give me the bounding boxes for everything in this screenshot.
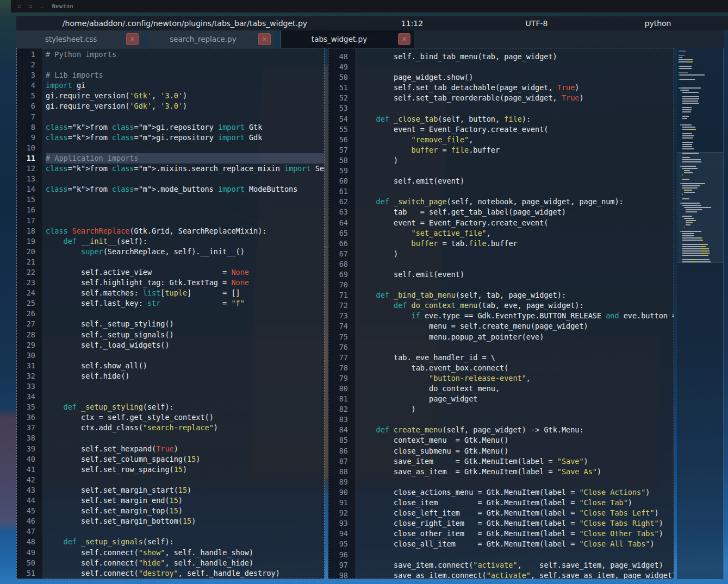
line-number: 88 <box>328 467 355 477</box>
code-line: self.set_tab_reorderable(page_widget, Tr… <box>358 93 674 103</box>
line-number: 96 <box>328 550 355 560</box>
code-line: self.connect("destroy", self._handle_des… <box>46 568 324 579</box>
language-indicator: python <box>614 16 701 30</box>
code-line: buffer = file.buffer <box>358 145 674 155</box>
line-number: 53 <box>328 103 355 114</box>
line-number: 95 <box>328 539 355 549</box>
code-line: context_menu = Gtk.Menu() <box>358 435 674 445</box>
line-number: 63 <box>328 207 355 217</box>
code-line: gi.require_version('Gdk', '3.0') <box>46 101 324 111</box>
code-line: if eve.type == Gdk.EventType.BUTTON_RELE… <box>358 311 674 321</box>
window-titlebar[interactable]: ∷ ∷ ‥ Newton <box>11 0 728 12</box>
tab-search_replace-py[interactable]: search_replace.py✕ <box>148 30 274 48</box>
code-area[interactable]: self._bind_tab_menu(tab, page_widget) pa… <box>356 48 674 579</box>
line-number: 33 <box>17 381 42 392</box>
editor-pane-right[interactable]: 4849505152535455565758596061626364656667… <box>328 48 674 579</box>
line-number: 6 <box>17 101 42 111</box>
line-number: 31 <box>17 361 42 371</box>
line-number: 69 <box>328 269 355 280</box>
code-line <box>358 477 674 487</box>
code-line: save_as_item = Gtk.MenuItem(label = "Sav… <box>358 467 674 477</box>
line-number: 41 <box>17 464 42 475</box>
line-number: 52 <box>17 579 42 579</box>
code-line: def __init__(self): <box>46 236 324 247</box>
code-line: close_item = Gtk.MenuItem(label = "Close… <box>358 498 674 508</box>
line-number: 8 <box>17 122 42 133</box>
line-number: 35 <box>17 402 42 412</box>
minimap[interactable] <box>677 48 724 579</box>
line-number: 70 <box>328 280 355 290</box>
code-line: self.set_column_spacing(15) <box>46 454 324 464</box>
code-line: page_widget.show() <box>358 72 674 83</box>
code-line <box>46 216 324 226</box>
line-number: 52 <box>328 93 355 103</box>
line-number: 75 <box>328 332 355 342</box>
code-line: close_all_item = Gtk.MenuItem(label = "C… <box>358 539 674 549</box>
code-area[interactable]: # Python imports # Lib importsimport gig… <box>43 48 324 579</box>
code-line: ) <box>358 155 674 166</box>
line-number: 56 <box>328 135 355 145</box>
code-line: def _close_tab(self, button, file): <box>358 114 674 124</box>
code-line: self.emit(event) <box>358 269 674 280</box>
tab-tabs_widget-py[interactable]: tabs_widget.py✕ <box>281 30 414 48</box>
line-number: 18 <box>17 226 42 236</box>
line-number: 1 <box>17 49 42 60</box>
line-number: 78 <box>328 363 355 373</box>
line-number: 80 <box>328 384 355 394</box>
code-line: self.set_hexpand(True) <box>46 444 324 454</box>
code-line: save_item.connect("activate", self.save_… <box>358 560 674 570</box>
tab-close-icon[interactable]: ✕ <box>258 33 271 45</box>
tab-label: stylesheet.css <box>16 30 142 48</box>
line-number: 13 <box>17 174 42 184</box>
code-line: ctx = self.get_style_context() <box>46 412 324 423</box>
code-line: event = Event_Factory.create_event( <box>358 218 674 228</box>
code-line: self.set_margin_start(15) <box>46 485 324 495</box>
code-line: class="k">from class="m">gi.repository i… <box>46 133 324 143</box>
code-line: class="k">from class="m">.mixins.search_… <box>46 164 324 174</box>
line-number: 46 <box>17 516 42 526</box>
line-number: 54 <box>328 114 355 124</box>
encoding-indicator: UTF-8 <box>493 16 580 30</box>
code-line <box>46 309 324 319</box>
code-line: # Lib imports <box>46 70 324 80</box>
code-line: self.emit(event) <box>358 176 674 186</box>
editor-pane-left[interactable]: 1234567891011121314151617181920212223242… <box>16 48 325 579</box>
line-number: 47 <box>17 526 42 537</box>
line-number: 93 <box>328 518 355 529</box>
tab-close-icon[interactable]: ✕ <box>126 33 139 45</box>
code-line: self.connect("show", self._handle_show) <box>46 548 324 558</box>
code-line: buffer = tab.file.buffer <box>358 238 674 249</box>
tab-close-icon[interactable]: ✕ <box>398 33 410 45</box>
code-line <box>46 174 324 184</box>
code-line: close_submenu = Gtk.Menu() <box>358 446 674 456</box>
code-line: self.set_row_spacing(15) <box>46 464 324 475</box>
line-number: 92 <box>328 508 355 518</box>
line-number: 71 <box>328 290 355 300</box>
line-number: 16 <box>17 205 42 215</box>
code-line: class="k">from class="m">gi.repository i… <box>46 122 324 133</box>
line-number: 39 <box>17 444 42 454</box>
line-number: 87 <box>328 456 355 467</box>
code-line: "button-release-event", <box>358 373 674 384</box>
code-line: def _setup_styling(self): <box>46 402 324 412</box>
tab-stylesheet-css[interactable]: stylesheet.css✕ <box>16 30 142 48</box>
line-number: 91 <box>328 498 355 508</box>
line-number: 89 <box>328 477 355 487</box>
line-number: 23 <box>17 278 42 288</box>
code-line: close_other_item = Gtk.MenuItem(label = … <box>358 529 674 539</box>
line-number: 72 <box>328 300 355 311</box>
code-line: self.set_margin_bottom(15) <box>46 516 324 526</box>
line-number: 57 <box>328 145 355 155</box>
code-line: self.matches: list[tuple] = [] <box>46 288 324 298</box>
line-number: 61 <box>328 186 355 197</box>
line-number: 81 <box>328 394 355 404</box>
line-number: 10 <box>17 143 42 153</box>
line-number: 65 <box>328 228 355 238</box>
line-number: 83 <box>328 415 355 425</box>
line-number: 84 <box>328 425 355 435</box>
line-number-gutter: 1234567891011121314151617181920212223242… <box>17 48 43 579</box>
line-number: 3 <box>17 70 42 80</box>
line-number: 49 <box>328 62 355 72</box>
code-line <box>358 103 674 114</box>
code-line: page_widget <box>358 394 674 404</box>
